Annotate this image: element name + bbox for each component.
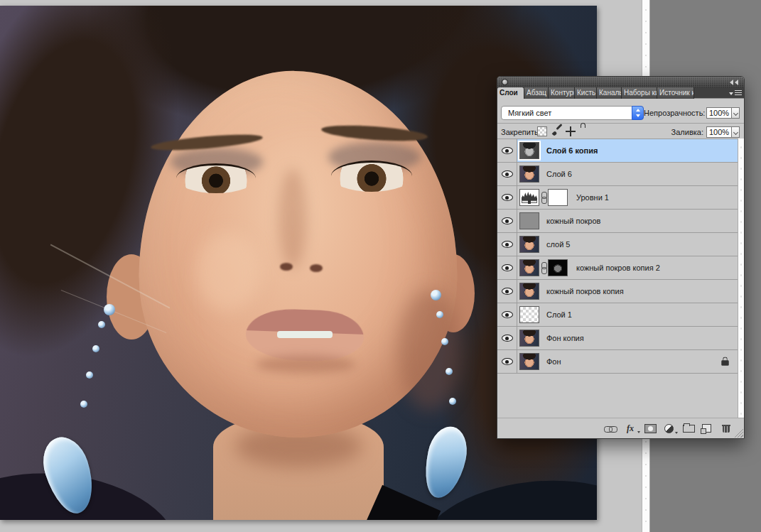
eye-icon bbox=[502, 147, 513, 154]
tab-clone-source[interactable]: Источник кл bbox=[657, 87, 694, 99]
opacity-label: Непрозрачность: bbox=[644, 109, 703, 117]
layer-row[interactable]: слой 5 bbox=[497, 233, 738, 256]
visibility-toggle[interactable] bbox=[497, 139, 517, 162]
eye-icon bbox=[502, 358, 513, 365]
layer-mask-thumbnail[interactable] bbox=[548, 189, 568, 206]
layer-mask-thumbnail[interactable] bbox=[548, 259, 568, 276]
tab-brush-presets[interactable]: Наборы кис bbox=[622, 87, 657, 99]
panel-scrollbar[interactable] bbox=[738, 139, 744, 418]
fill-field[interactable]: 100% bbox=[706, 126, 732, 138]
add-layer-mask-icon[interactable] bbox=[644, 424, 657, 433]
adjustment-layer-thumbnail[interactable] bbox=[519, 189, 539, 206]
layer-name[interactable]: Фон bbox=[546, 357, 561, 366]
fill-dropdown-arrow[interactable] bbox=[731, 126, 740, 138]
jaw-shadow bbox=[398, 290, 462, 411]
panel-titlebar[interactable] bbox=[497, 77, 744, 87]
eye-icon bbox=[502, 217, 513, 224]
layer-thumbnail[interactable] bbox=[519, 353, 539, 370]
cheek-highlight bbox=[196, 233, 260, 311]
layer-row[interactable]: Слой 1 bbox=[497, 303, 738, 327]
eye-shape bbox=[331, 161, 412, 192]
layer-name[interactable]: кожный покров копия 2 bbox=[576, 264, 660, 272]
layer-style-fx-icon[interactable]: fx bbox=[627, 423, 641, 435]
layer-name[interactable]: Слой 6 bbox=[546, 170, 572, 178]
opacity-dropdown-arrow[interactable] bbox=[731, 107, 740, 119]
tab-brush[interactable]: Кисть bbox=[575, 87, 597, 99]
shoulder-shape bbox=[0, 461, 185, 520]
opacity-field[interactable]: 100% bbox=[706, 107, 732, 119]
photoshop-window: Слои Абзац Контуры Кисть Каналы Наборы к… bbox=[0, 0, 761, 532]
layer-thumbnail[interactable] bbox=[519, 306, 539, 323]
visibility-toggle[interactable] bbox=[497, 303, 517, 326]
layer-row[interactable]: кожный покров копия bbox=[497, 280, 738, 303]
eye-icon bbox=[502, 288, 513, 295]
visibility-toggle[interactable] bbox=[497, 163, 517, 185]
new-group-icon[interactable] bbox=[683, 425, 695, 433]
background-lock-icon bbox=[721, 360, 728, 366]
layer-row[interactable]: Слой 6 копия bbox=[497, 139, 738, 163]
earring-chain bbox=[436, 311, 443, 318]
lock-all-icon[interactable] bbox=[579, 126, 589, 136]
layer-name[interactable]: слой 5 bbox=[546, 240, 570, 249]
layer-name[interactable]: Слой 1 bbox=[546, 310, 572, 319]
visibility-toggle[interactable] bbox=[497, 256, 517, 279]
layer-name[interactable]: кожный покров копия bbox=[546, 287, 624, 295]
layer-name[interactable]: Уровни 1 bbox=[576, 193, 609, 202]
panel-resize-grip[interactable] bbox=[734, 428, 743, 438]
tab-layers[interactable]: Слои bbox=[497, 87, 524, 99]
panel-footer: fx bbox=[497, 418, 744, 438]
new-layer-icon[interactable] bbox=[702, 424, 711, 433]
blend-mode-stepper[interactable] bbox=[632, 106, 644, 120]
tab-paragraph[interactable]: Абзац bbox=[524, 87, 549, 99]
layer-thumbnail[interactable] bbox=[519, 330, 539, 347]
mask-link-icon[interactable] bbox=[540, 192, 547, 204]
nostril-shape bbox=[280, 263, 293, 271]
panel-menu-icon[interactable] bbox=[729, 90, 742, 97]
delete-layer-icon[interactable] bbox=[721, 423, 731, 433]
lock-transparency-icon[interactable] bbox=[537, 126, 547, 136]
layer-row[interactable]: Фон копия bbox=[497, 327, 738, 350]
layer-thumbnail[interactable] bbox=[519, 259, 539, 276]
eye-shape bbox=[176, 163, 256, 193]
layer-thumbnail[interactable] bbox=[519, 165, 539, 183]
panel-close-button[interactable] bbox=[502, 79, 508, 85]
layer-thumbnail[interactable] bbox=[519, 142, 539, 159]
collapse-panel-icon[interactable] bbox=[730, 80, 740, 85]
teeth-shape bbox=[277, 331, 333, 338]
layer-thumbnail[interactable] bbox=[519, 212, 539, 229]
layers-panel: Слои Абзац Контуры Кисть Каналы Наборы к… bbox=[497, 76, 745, 439]
layer-row[interactable]: Фон bbox=[497, 350, 738, 374]
lip-shadow bbox=[256, 355, 355, 374]
visibility-toggle[interactable] bbox=[497, 210, 517, 232]
nostril-shape bbox=[310, 264, 323, 272]
link-layers-icon[interactable] bbox=[604, 423, 618, 435]
layer-name[interactable]: Фон копия bbox=[546, 334, 584, 342]
layer-row[interactable]: Уровни 1 bbox=[497, 186, 738, 210]
earring-chain bbox=[449, 398, 456, 405]
visibility-toggle[interactable] bbox=[497, 280, 517, 303]
visibility-toggle[interactable] bbox=[497, 327, 517, 349]
mask-link-icon[interactable] bbox=[540, 262, 547, 274]
earring-stud bbox=[431, 290, 441, 300]
levels-knob-icon bbox=[528, 200, 531, 204]
layer-row[interactable]: кожный покров bbox=[497, 210, 738, 233]
tab-channels[interactable]: Каналы bbox=[597, 87, 622, 99]
earring-chain bbox=[86, 371, 93, 379]
layer-name[interactable]: Слой 6 копия bbox=[546, 146, 598, 155]
layer-name[interactable]: кожный покров bbox=[546, 217, 600, 225]
lock-pixels-icon[interactable] bbox=[552, 126, 562, 136]
earring-stud bbox=[104, 304, 115, 315]
blend-mode-select[interactable]: Мягкий свет bbox=[501, 106, 644, 120]
tab-paths[interactable]: Контуры bbox=[549, 87, 575, 99]
lock-position-icon[interactable] bbox=[566, 126, 576, 136]
lock-label: Закрепить: bbox=[501, 128, 541, 136]
layer-row[interactable]: кожный покров копия 2 bbox=[497, 256, 738, 280]
earring-chain bbox=[92, 345, 99, 352]
new-adjustment-layer-icon[interactable] bbox=[664, 424, 674, 433]
layer-row[interactable]: Слой 6 bbox=[497, 163, 738, 186]
visibility-toggle[interactable] bbox=[497, 186, 517, 209]
layer-thumbnail[interactable] bbox=[519, 283, 539, 300]
layer-thumbnail[interactable] bbox=[519, 236, 539, 253]
visibility-toggle[interactable] bbox=[497, 233, 517, 256]
visibility-toggle[interactable] bbox=[497, 350, 517, 373]
